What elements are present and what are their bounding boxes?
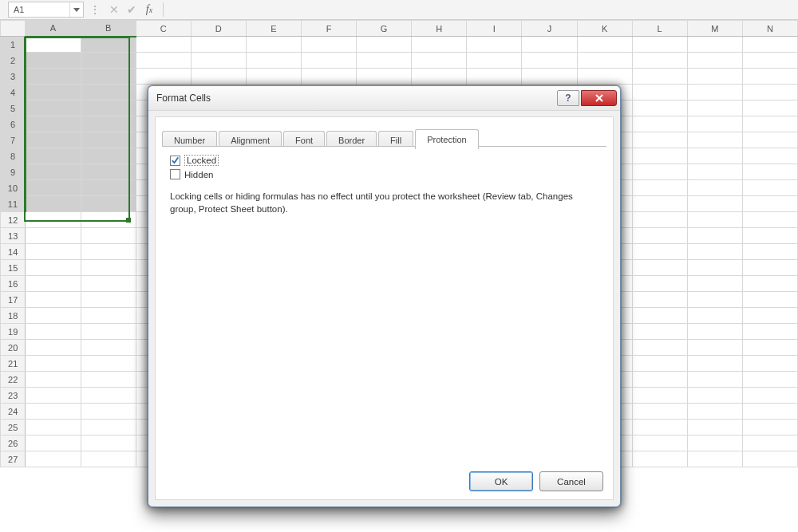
cell-L12[interactable] [632, 212, 687, 228]
cell-N13[interactable] [742, 228, 797, 244]
cell-M3[interactable] [687, 69, 742, 85]
cell-H3[interactable] [412, 69, 467, 85]
cell-E1[interactable] [246, 37, 301, 53]
cell-L1[interactable] [632, 37, 687, 53]
cell-N22[interactable] [742, 372, 797, 388]
select-all-corner[interactable] [1, 21, 26, 37]
cell-A10[interactable] [26, 180, 81, 196]
cell-M1[interactable] [687, 37, 742, 53]
cell-M4[interactable] [687, 85, 742, 100]
column-header-A[interactable]: A [26, 21, 81, 37]
row-header-19[interactable]: 19 [1, 324, 26, 340]
locked-checkbox[interactable] [170, 156, 180, 166]
row-header-10[interactable]: 10 [1, 180, 26, 196]
cell-B14[interactable] [81, 244, 136, 260]
cell-M14[interactable] [687, 244, 742, 260]
tab-protection[interactable]: Protection [415, 129, 479, 149]
row-header-9[interactable]: 9 [1, 164, 26, 180]
cell-M10[interactable] [687, 180, 742, 196]
cell-C2[interactable] [136, 53, 191, 69]
cell-H2[interactable] [412, 53, 467, 69]
cell-M7[interactable] [687, 132, 742, 148]
column-header-M[interactable]: M [687, 21, 742, 37]
row-header-27[interactable]: 27 [1, 451, 26, 467]
cell-A14[interactable] [26, 244, 81, 260]
cell-B9[interactable] [81, 164, 136, 180]
cell-F2[interactable] [301, 53, 356, 69]
cell-I1[interactable] [467, 37, 522, 53]
cell-E3[interactable] [246, 69, 301, 85]
cell-A18[interactable] [26, 308, 81, 324]
row-header-6[interactable]: 6 [1, 116, 26, 132]
row-header-18[interactable]: 18 [1, 308, 26, 324]
cell-A19[interactable] [26, 324, 81, 340]
cell-B1[interactable] [81, 37, 136, 53]
row-header-1[interactable]: 1 [1, 37, 26, 53]
cell-N17[interactable] [742, 292, 797, 308]
row-header-21[interactable]: 21 [1, 356, 26, 372]
cell-K2[interactable] [577, 53, 632, 69]
cell-B13[interactable] [81, 228, 136, 244]
cell-N10[interactable] [742, 180, 797, 196]
cell-M15[interactable] [687, 260, 742, 276]
cell-G2[interactable] [357, 53, 412, 69]
cell-I3[interactable] [467, 69, 522, 85]
cell-N6[interactable] [742, 116, 797, 132]
cell-N8[interactable] [742, 148, 797, 164]
cell-N5[interactable] [742, 100, 797, 116]
cell-N19[interactable] [742, 324, 797, 340]
cell-B7[interactable] [81, 132, 136, 148]
cell-L10[interactable] [632, 180, 687, 196]
cell-A5[interactable] [26, 100, 81, 116]
cell-A27[interactable] [26, 451, 81, 467]
row-header-17[interactable]: 17 [1, 292, 26, 308]
row-header-26[interactable]: 26 [1, 435, 26, 451]
cell-K1[interactable] [577, 37, 632, 53]
cell-L8[interactable] [632, 148, 687, 164]
cell-A11[interactable] [26, 196, 81, 212]
cell-D3[interactable] [191, 69, 246, 85]
cell-N14[interactable] [742, 244, 797, 260]
cell-N18[interactable] [742, 308, 797, 324]
cell-A26[interactable] [26, 435, 81, 451]
row-header-14[interactable]: 14 [1, 244, 26, 260]
cell-M23[interactable] [687, 388, 742, 404]
hidden-checkbox[interactable] [170, 169, 180, 179]
cell-A21[interactable] [26, 356, 81, 372]
cell-D1[interactable] [191, 37, 246, 53]
cell-D2[interactable] [191, 53, 246, 69]
cell-M19[interactable] [687, 324, 742, 340]
row-header-16[interactable]: 16 [1, 276, 26, 292]
cell-N9[interactable] [742, 164, 797, 180]
cancel-button[interactable]: Cancel [539, 471, 603, 491]
cell-A23[interactable] [26, 388, 81, 404]
cell-B19[interactable] [81, 324, 136, 340]
cell-G1[interactable] [357, 37, 412, 53]
row-header-24[interactable]: 24 [1, 404, 26, 420]
cell-N1[interactable] [742, 37, 797, 53]
cell-M22[interactable] [687, 372, 742, 388]
cell-A22[interactable] [26, 372, 81, 388]
cell-A13[interactable] [26, 228, 81, 244]
column-header-N[interactable]: N [742, 21, 797, 37]
cell-E2[interactable] [246, 53, 301, 69]
cell-L3[interactable] [632, 69, 687, 85]
cell-N4[interactable] [742, 85, 797, 100]
row-header-11[interactable]: 11 [1, 196, 26, 212]
cell-L24[interactable] [632, 404, 687, 420]
cell-A24[interactable] [26, 404, 81, 420]
cell-A4[interactable] [26, 85, 81, 100]
cell-A9[interactable] [26, 164, 81, 180]
cell-B18[interactable] [81, 308, 136, 324]
cell-A1[interactable] [26, 37, 81, 53]
cell-J3[interactable] [522, 69, 577, 85]
cell-M26[interactable] [687, 435, 742, 451]
cell-F3[interactable] [301, 69, 356, 85]
cell-A15[interactable] [26, 260, 81, 276]
hidden-checkbox-row[interactable]: Hidden [170, 169, 598, 179]
cell-N27[interactable] [742, 451, 797, 467]
name-box-dropdown[interactable] [69, 2, 83, 17]
cell-N12[interactable] [742, 212, 797, 228]
insert-function-button[interactable]: fx [140, 1, 158, 18]
cell-L23[interactable] [632, 388, 687, 404]
